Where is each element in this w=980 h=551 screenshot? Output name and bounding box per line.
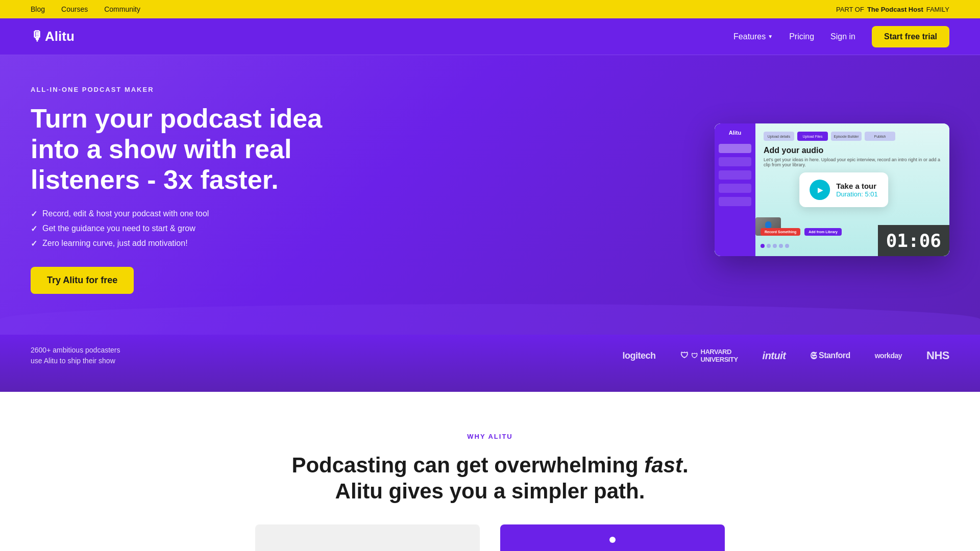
hero-section: ALL-IN-ONE PODCAST MAKER Turn your podca… [0, 55, 980, 335]
blog-link[interactable]: Blog [31, 5, 45, 13]
library-button[interactable]: Add from Library [804, 228, 842, 236]
logo-icon: 🎙 [31, 29, 44, 44]
sidebar-menu-item-2 [719, 157, 751, 166]
tour-label: Take a tour [836, 182, 878, 190]
app-logo-small: Alitu [719, 130, 751, 136]
partner-brand: The Podcast Host [867, 6, 923, 13]
partner-suffix: FAMILY [926, 6, 949, 13]
tab-publish[interactable]: Publish [865, 132, 895, 141]
app-preview[interactable]: Alitu Upload details Upload Files Episod… [715, 123, 949, 256]
play-button[interactable] [810, 180, 830, 200]
hero-title: Turn your podcast idea into a show with … [31, 104, 337, 195]
app-tab-bar: Upload details Upload Files Episode Buil… [764, 132, 941, 141]
tab-episode-builder[interactable]: Episode Builder [831, 132, 862, 141]
progress-dot-4 [779, 244, 783, 248]
app-sidebar: Alitu [715, 123, 755, 256]
why-title-italic: fast [644, 453, 682, 477]
progress-dot-3 [773, 244, 777, 248]
bottom-section [0, 524, 980, 551]
partner-info: PART OF The Podcast Host FAMILY [836, 6, 949, 13]
top-bar: Blog Courses Community PART OF The Podca… [0, 0, 980, 18]
video-action-buttons: Record Something Add from Library [761, 228, 842, 236]
why-title: Podcasting can get overwhelming fast. Al… [31, 453, 949, 504]
partner-prefix: PART OF [836, 6, 864, 13]
top-bar-nav: Blog Courses Community [31, 5, 140, 13]
video-timer: 01:06 [878, 225, 949, 256]
community-link[interactable]: Community [104, 5, 140, 13]
hero-bullets: ✓Record, edit & host your podcast with o… [31, 209, 337, 248]
why-eyebrow: WHY ALITU [31, 433, 949, 440]
logo-intuit: intuit [763, 350, 786, 362]
tour-info: Take a tour Duration: 5:01 [836, 182, 878, 198]
stanford-text: Stanford [819, 351, 850, 360]
why-title-punct: . [682, 453, 689, 477]
bottom-left-panel [255, 524, 480, 551]
logos-row: logitech 🛡 HARVARDUNIVERSITY intuit Stan… [141, 348, 950, 363]
tab-upload-files[interactable]: Upload Files [797, 132, 828, 141]
audio-section-subtitle: Let's get your ideas in here. Upload you… [764, 157, 941, 167]
pricing-link[interactable]: Pricing [789, 32, 814, 41]
check-icon-3: ✓ [31, 239, 37, 248]
signin-link[interactable]: Sign in [830, 32, 855, 41]
why-title-line2: Alitu gives you a simpler path. [335, 479, 645, 503]
record-button[interactable]: Record Something [761, 228, 800, 236]
features-link[interactable]: Features ▼ [733, 32, 773, 41]
start-trial-button[interactable]: Start free trial [872, 26, 949, 47]
bottom-indicator-dot [609, 537, 616, 543]
logo-stanford: Stanford [810, 350, 850, 362]
progress-dot-1 [761, 244, 765, 248]
courses-link[interactable]: Courses [61, 5, 88, 13]
progress-dot-2 [767, 244, 771, 248]
social-count-line: 2600+ ambitious podcasters [31, 345, 120, 356]
logo-harvard: 🛡 HARVARDUNIVERSITY [680, 348, 738, 363]
video-play-overlay[interactable]: Take a tour Duration: 5:01 [799, 172, 888, 207]
try-free-button[interactable]: Try Alitu for free [31, 267, 134, 294]
hero-eyebrow: ALL-IN-ONE PODCAST MAKER [31, 86, 337, 93]
why-section: WHY ALITU Podcasting can get overwhelmin… [0, 392, 980, 524]
logo[interactable]: 🎙 Alitu [31, 29, 75, 44]
audio-section-title: Add your audio [764, 146, 941, 155]
features-label: Features [733, 32, 766, 41]
bullet-1: ✓Record, edit & host your podcast with o… [31, 209, 337, 219]
navbar: 🎙 Alitu Features ▼ Pricing Sign in Start… [0, 18, 980, 55]
social-proof-text: 2600+ ambitious podcasters use Alitu to … [31, 345, 120, 366]
check-icon-1: ✓ [31, 209, 37, 219]
bottom-right-panel [500, 524, 725, 551]
logo-workday: workday [875, 352, 902, 360]
progress-dot-5 [785, 244, 789, 248]
bullet-3: ✓Zero learning curve, just add motivatio… [31, 239, 337, 248]
nav-links: Features ▼ Pricing Sign in Start free tr… [733, 26, 949, 47]
sidebar-menu-item-3 [719, 170, 751, 180]
logo-text: Alitu [45, 29, 75, 44]
logo-logitech: logitech [623, 350, 656, 361]
harvard-shield-icon: 🛡 [691, 352, 698, 360]
tab-upload-details[interactable]: Upload details [764, 132, 794, 141]
why-title-line1: Podcasting can get overwhelming [291, 453, 638, 477]
sidebar-menu-item-1 [719, 144, 751, 153]
logo-nhs: NHS [926, 349, 949, 362]
tour-duration: Duration: 5:01 [836, 190, 878, 198]
sidebar-menu-item-5 [719, 197, 751, 206]
harvard-text: HARVARDUNIVERSITY [701, 348, 738, 363]
social-desc-line: use Alitu to ship their show [31, 356, 120, 366]
chevron-down-icon: ▼ [768, 34, 773, 39]
bullet-2: ✓Get the guidance you need to start & gr… [31, 224, 337, 234]
hero-content: ALL-IN-ONE PODCAST MAKER Turn your podca… [31, 86, 337, 294]
check-icon-2: ✓ [31, 224, 37, 234]
hero-visual: Alitu Upload details Upload Files Episod… [337, 123, 949, 256]
sidebar-menu-item-4 [719, 184, 751, 193]
social-proof-section: 2600+ ambitious podcasters use Alitu to … [0, 335, 980, 392]
